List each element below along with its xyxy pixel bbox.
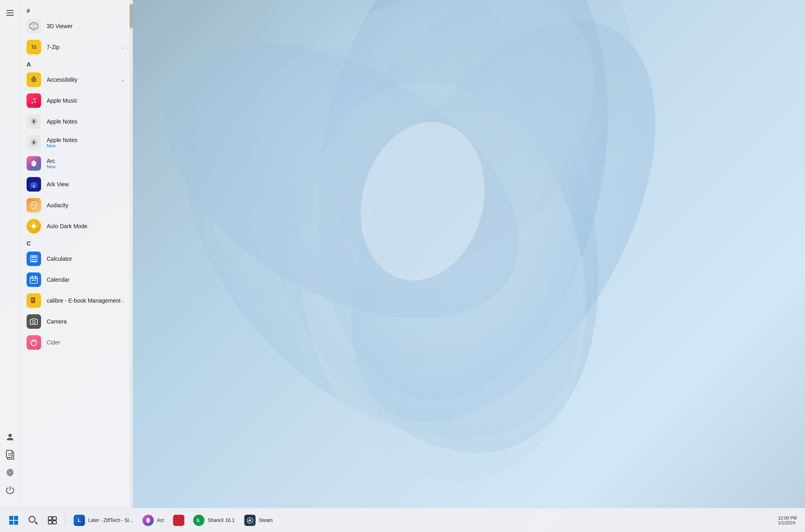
app-name-3d-viewer: 3D Viewer <box>47 23 72 30</box>
task-view-icon <box>47 516 57 525</box>
app-icon-camera <box>27 314 41 329</box>
app-icon-apple-notes-new <box>27 135 41 150</box>
svg-point-37 <box>33 259 35 260</box>
app-item-auto-dark-mode[interactable]: Auto Dark Mode <box>22 216 131 237</box>
sidebar-icon-power[interactable] <box>2 482 18 498</box>
section-hash: # <box>20 4 133 16</box>
svg-line-23 <box>34 80 35 81</box>
svg-rect-13 <box>6 450 12 458</box>
svg-rect-46 <box>32 280 33 281</box>
svg-rect-54 <box>53 517 56 520</box>
taskbar-app-icon-sharex: S <box>193 515 204 526</box>
scrollbar-track[interactable] <box>130 0 133 508</box>
svg-rect-10 <box>6 12 14 13</box>
taskbar-app-icon-red <box>173 515 184 526</box>
chevron-7zip: ⌄ <box>121 44 125 50</box>
sidebar-icon-documents[interactable] <box>2 447 18 463</box>
app-name-ark-view: Ark View <box>47 181 69 188</box>
app-name-stack-arc: Arc New <box>47 158 56 169</box>
clock: 12:00 PM1/1/2024 <box>778 516 797 525</box>
sidebar-icon-settings[interactable] <box>2 464 18 480</box>
app-badge-arc: New <box>47 164 56 169</box>
svg-rect-56 <box>53 521 56 524</box>
taskbar: L Later - ZiffTech - Sl... Arc S ShareX … <box>0 508 805 532</box>
svg-rect-11 <box>6 15 14 16</box>
app-badge-apple-notes-new: New <box>47 143 77 148</box>
app-item-calibre[interactable]: calibre - E-book Management ⌄ <box>22 290 131 311</box>
app-item-audacity[interactable]: Audacity <box>22 195 131 216</box>
start-button[interactable] <box>5 511 23 529</box>
taskbar-app-icon-steam <box>244 515 256 526</box>
taskbar-app-label-arc: Arc <box>157 518 164 523</box>
svg-point-40 <box>33 261 35 262</box>
search-icon <box>29 516 37 525</box>
app-list: # 3D Viewer 7z 7-Zip ⌄ A <box>20 0 133 508</box>
app-item-accessibility[interactable]: Accessibility ⌄ <box>22 69 131 90</box>
svg-rect-9 <box>6 10 14 11</box>
app-icon-apple-notes <box>27 114 41 129</box>
svg-point-16 <box>9 471 11 474</box>
app-item-apple-notes-new[interactable]: Apple Notes New <box>22 132 131 153</box>
scrollbar-thumb[interactable] <box>130 4 133 28</box>
taskbar-app-later[interactable]: L Later - ZiffTech - Sl... <box>70 511 137 529</box>
app-item-arc[interactable]: Arc New <box>22 153 131 174</box>
chevron-accessibility: ⌄ <box>121 77 125 82</box>
app-icon-calculator <box>27 252 41 266</box>
app-name-auto-dark-mode: Auto Dark Mode <box>47 223 87 230</box>
taskbar-app-arc[interactable]: Arc <box>138 511 168 529</box>
taskbar-separator-1 <box>65 514 66 526</box>
app-name-apple-notes: Apple Notes <box>47 118 77 125</box>
app-name-stack-apple-notes-new: Apple Notes New <box>47 137 77 148</box>
start-menu-sidebar <box>0 0 20 508</box>
sidebar-icon-user-profile[interactable] <box>2 429 18 445</box>
svg-rect-47 <box>33 280 35 281</box>
app-name-calculator: Calculator <box>47 256 72 262</box>
app-icon-auto-dark-mode <box>27 219 41 233</box>
app-item-ark-view[interactable]: Ark View <box>22 174 131 195</box>
start-menu: # 3D Viewer 7z 7-Zip ⌄ A <box>0 0 133 508</box>
app-icon-accessibility <box>27 72 41 87</box>
app-icon-apple-music <box>27 93 41 108</box>
app-name-cider: Cider <box>47 339 60 346</box>
app-icon-ark-view <box>27 177 41 192</box>
svg-point-36 <box>32 259 33 260</box>
app-item-apple-notes[interactable]: Apple Notes <box>22 111 131 132</box>
section-c: C <box>20 237 133 248</box>
app-name-apple-notes-new: Apple Notes <box>47 137 77 144</box>
taskbar-app-sharex[interactable]: S ShareX 16.1 <box>189 511 239 529</box>
app-icon-3d-viewer <box>27 19 41 33</box>
app-icon-calendar <box>27 272 41 287</box>
app-item-calendar[interactable]: Calendar <box>22 269 131 290</box>
app-name-camera: Camera <box>47 318 67 325</box>
search-button[interactable] <box>24 511 42 529</box>
app-icon-cider <box>27 335 41 350</box>
app-name-accessibility: Accessibility <box>47 76 77 83</box>
svg-text:S: S <box>196 518 199 523</box>
windows-logo <box>9 516 18 525</box>
sidebar-icon-hamburger[interactable] <box>2 5 18 21</box>
task-view-button[interactable] <box>43 511 61 529</box>
app-item-cider[interactable]: Cider <box>22 332 131 353</box>
chevron-calibre: ⌄ <box>121 298 125 303</box>
svg-point-12 <box>8 434 12 437</box>
svg-rect-27 <box>33 185 35 188</box>
taskbar-app-steam[interactable]: Steam <box>240 511 277 529</box>
wallpaper-svg <box>121 0 724 532</box>
app-item-apple-music[interactable]: Apple Music <box>22 90 131 111</box>
svg-point-41 <box>35 261 36 262</box>
app-name-calibre: calibre - E-book Management <box>47 297 121 304</box>
app-item-calculator[interactable]: Calculator <box>22 248 131 269</box>
svg-rect-50 <box>31 298 35 303</box>
app-icon-arc <box>27 156 41 171</box>
svg-rect-53 <box>48 517 52 520</box>
taskbar-app-label-sharex: ShareX 16.1 <box>208 518 235 523</box>
app-item-camera[interactable]: Camera <box>22 311 131 332</box>
app-item-7zip[interactable]: 7z 7-Zip ⌄ <box>22 37 131 58</box>
taskbar-app-red[interactable] <box>170 511 188 529</box>
app-item-3d-viewer[interactable]: 3D Viewer <box>22 16 131 37</box>
svg-rect-48 <box>35 280 36 281</box>
app-name-calendar: Calendar <box>47 276 70 283</box>
svg-point-39 <box>32 261 33 262</box>
svg-rect-35 <box>31 256 36 258</box>
app-icon-7zip: 7z <box>27 40 41 54</box>
